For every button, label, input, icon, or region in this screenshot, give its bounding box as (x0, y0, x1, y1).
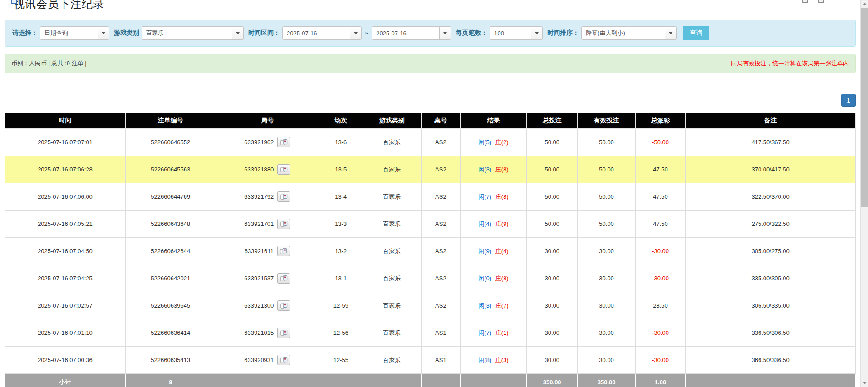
game-type-dropdown-button[interactable] (232, 26, 244, 40)
date-from-input[interactable] (282, 26, 350, 40)
page-number-button[interactable]: 1 (841, 94, 856, 107)
chevron-down-icon (535, 32, 539, 34)
round-id-wrap: 633921792 (244, 191, 290, 202)
cell-round-id: 633921015 (216, 319, 319, 347)
window-corner-icon (11, 0, 17, 4)
cell-valid-bet: 50.00 (578, 156, 635, 183)
cell-note: 306.50/335.00 (686, 292, 856, 319)
player-result: 闲(9) (478, 248, 491, 255)
view-cards-button[interactable] (277, 137, 290, 147)
pagination: 1 (5, 94, 856, 107)
cell-total-bet[interactable]: 30.00 (527, 319, 578, 347)
table-row: 2025-07-16 07:05:21 522660643648 6339217… (5, 211, 856, 238)
sort-dropdown-button[interactable] (665, 26, 677, 40)
cell-empty (363, 374, 421, 387)
cell-valid-bet: 50.00 (578, 129, 635, 156)
table-row: 2025-07-16 07:06:00 522660644769 6339217… (5, 183, 856, 211)
cell-payout: -30.00 (635, 347, 686, 374)
cell-round-id: 633920931 (216, 347, 319, 374)
cell-total-bet[interactable]: 30.00 (527, 238, 578, 265)
cell-game-type: 百家乐 (363, 347, 421, 374)
view-cards-button[interactable] (277, 355, 290, 365)
page-size-dropdown-button[interactable] (531, 26, 543, 40)
round-id: 633921880 (244, 166, 274, 173)
vertical-scrollbar[interactable] (860, 0, 868, 387)
view-cards-button[interactable] (277, 328, 290, 338)
cell-empty (216, 374, 319, 387)
cell-round-id: 633921962 (216, 129, 319, 156)
table-body: 2025-07-16 07:07:01 522660646552 6339219… (5, 129, 856, 374)
cell-total-bet[interactable]: 30.00 (527, 265, 578, 292)
round-id: 633921611 (245, 248, 274, 255)
toolbar-icon[interactable] (818, 0, 824, 3)
cell-table-no: AS2 (421, 211, 460, 238)
view-cards-button[interactable] (277, 273, 290, 284)
summary-bar: 币别：人民币 | 总共 :9 注单 | 同局有效投注，统一计算在该局第一张注单内 (5, 54, 856, 73)
round-id-wrap: 633921701 (244, 219, 290, 229)
player-result: 闲(3) (478, 302, 491, 309)
cell-bet-id: 522660645563 (125, 156, 216, 183)
banker-result: 庄(2) (495, 139, 509, 146)
round-id-wrap: 633921015 (244, 328, 290, 338)
cell-game-type: 百家乐 (363, 265, 421, 292)
view-cards-button[interactable] (277, 246, 290, 256)
query-type-label: 请选择： (12, 29, 38, 37)
cell-table-no: AS1 (421, 347, 460, 374)
filter-bar: 请选择： 游戏类别 时间区间： ~ 每页笔数： 时间排序： (5, 20, 856, 47)
round-id-wrap: 633920931 (244, 355, 290, 365)
cell-bet-id: 522660644769 (125, 183, 216, 211)
cell-result: 闲(3) 庄(7) (460, 292, 526, 319)
round-id: 633921300 (244, 302, 274, 309)
cell-bet-id: 522660643648 (125, 211, 216, 238)
cell-result: 闲(0) 庄(8) (460, 265, 526, 292)
banker-result: 庄(8) (495, 193, 509, 200)
scrollbar-thumb[interactable] (861, 8, 868, 207)
cell-total-bet[interactable]: 50.00 (527, 183, 578, 211)
date-to-combo (372, 26, 451, 40)
cell-note: 366.50/336.50 (686, 347, 856, 374)
scroll-up-arrow[interactable] (861, 0, 868, 8)
view-cards-button[interactable] (277, 164, 290, 175)
scroll-down-arrow[interactable] (861, 379, 868, 387)
cell-total-bet[interactable]: 50.00 (527, 156, 578, 183)
cell-payout: 47.50 (635, 183, 686, 211)
column-header: 游戏类别 (363, 113, 421, 129)
query-type-dropdown-button[interactable] (98, 26, 109, 40)
cell-valid-bet: 50.00 (578, 183, 635, 211)
query-type-input[interactable] (40, 26, 98, 40)
date-from-dropdown-button[interactable] (350, 26, 362, 40)
cell-session: 13-2 (319, 238, 363, 265)
cell-game-type: 百家乐 (363, 292, 421, 319)
cell-total-bet[interactable]: 30.00 (527, 347, 578, 374)
cards-icon (280, 221, 288, 227)
range-separator: ~ (365, 29, 368, 37)
view-cards-button[interactable] (277, 300, 290, 311)
cell-note: 335.00/305.00 (686, 265, 856, 292)
player-result: 闲(0) (478, 275, 491, 282)
cell-valid-bet: 30.00 (578, 319, 635, 347)
date-to-dropdown-button[interactable] (439, 26, 451, 40)
cell-result: 闲(3) 庄(8) (460, 156, 526, 183)
date-to-input[interactable] (372, 26, 440, 40)
cell-time: 2025-07-16 07:01:10 (5, 319, 126, 347)
page-size-input[interactable] (490, 26, 531, 40)
subtotal-total-bet: 350.00 (527, 374, 578, 387)
sort-input[interactable] (581, 26, 665, 40)
round-id: 633921792 (244, 193, 274, 200)
view-cards-button[interactable] (277, 191, 290, 202)
banker-result: 庄(4) (495, 248, 509, 255)
cards-icon (280, 248, 287, 254)
cell-total-bet[interactable]: 50.00 (527, 211, 578, 238)
cell-payout: 47.50 (635, 156, 686, 183)
bet-records-table: 时间注单编号局号场次游戏类别桌号结果总投注有效投注总派彩备注 2025-07-1… (5, 113, 856, 387)
cell-bet-id: 522660639645 (125, 292, 216, 319)
view-cards-button[interactable] (277, 219, 290, 229)
cell-total-bet[interactable]: 30.00 (527, 292, 578, 319)
cell-note: 322.50/370.00 (686, 183, 856, 211)
toolbar-icon[interactable] (802, 0, 808, 3)
game-type-input[interactable] (142, 26, 232, 40)
search-button[interactable]: 查询 (683, 26, 709, 40)
round-id: 633921015 (244, 329, 274, 336)
cell-empty (319, 374, 363, 387)
cell-total-bet[interactable]: 50.00 (527, 129, 578, 156)
